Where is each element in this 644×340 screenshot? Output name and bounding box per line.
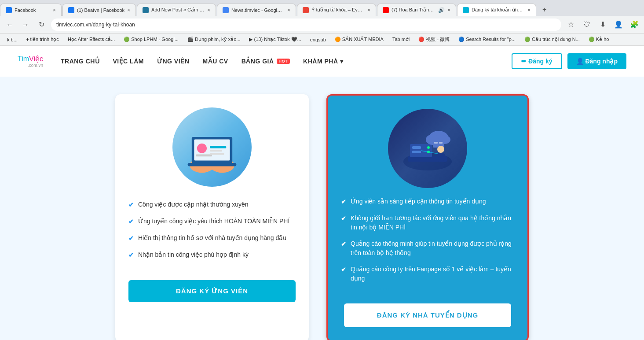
card-illustration-employer [388, 109, 467, 188]
svg-rect-9 [188, 163, 237, 166]
refresh-button[interactable]: ↻ [35, 18, 48, 31]
check-icon-4: ✔ [128, 251, 134, 260]
nav-viec-lam[interactable]: VIỆC LÀM [113, 58, 144, 65]
address-input[interactable] [51, 18, 561, 31]
employer-feature-3: ✔ Quảng cáo thông minh giúp tin tuyển dụ… [341, 239, 514, 258]
svg-rect-7 [210, 150, 222, 152]
check-employer-3: ✔ [341, 240, 346, 249]
bookmark-after-effects[interactable]: Học After Effects cả... [64, 36, 118, 43]
feature-item-1: ✔ Công việc được cập nhật thường xuyên [128, 200, 296, 210]
bookmark-dung-phim[interactable]: 🎬 Dụng phim, kỹ xảo... [184, 36, 244, 43]
hot-badge: HOT [277, 59, 290, 64]
logo-sub: .com.vn [18, 63, 43, 68]
nav-bang-gia[interactable]: BẢNG GIÁ HOT [242, 58, 290, 65]
bookmark-search-results[interactable]: 🔵 Search Results for "p... [455, 36, 519, 43]
check-icon-2: ✔ [128, 217, 134, 226]
svg-point-15 [427, 146, 430, 149]
employer-feature-4: ✔ Quảng cáo công ty trên Fanpage số 1 về… [341, 265, 514, 283]
card-illustration-ung-vien [172, 107, 252, 187]
bookmark-weibo[interactable]: 🔴 视频 - 微博 [415, 35, 453, 44]
bookmark-shop-lphm[interactable]: 🟢 Shop LPHM - Googl... [120, 36, 182, 43]
features-list-employer: ✔ Ứng viên sẵn sàng tiếp cận thông tin t… [341, 197, 514, 290]
bookmark-tien-trinh[interactable]: ♦ tiến trình học [23, 36, 62, 43]
tab-eyeplus[interactable]: Ý tưởng từ khóa – EyePlus... × [297, 4, 376, 16]
bookmark-ke-ho[interactable]: 🟢 Kẻ ho [585, 36, 613, 43]
browser-chrome: Facebook × (1) Beatvn | Facebook × Add N… [0, 0, 644, 46]
nav-links: TRANG CHỦ VIỆC LÀM ỨNG VIÊN MẪU CV BẢNG … [61, 58, 512, 65]
bookmark-kb[interactable]: k b... [4, 36, 21, 43]
svg-rect-25 [436, 154, 439, 160]
bookmark-nhac-tiktok[interactable]: ▶ (13) Nhạc Tiktok 🖤... [245, 36, 304, 43]
svg-rect-22 [439, 142, 443, 144]
logo-area[interactable]: TimViệc .com.vn [18, 55, 43, 68]
svg-rect-5 [196, 155, 212, 157]
profile-button[interactable]: 👤 [612, 18, 625, 31]
tab-add-post[interactable]: Add New Post « Cẩm nang... × [137, 4, 216, 16]
bookmark-star[interactable]: ☆ [565, 18, 577, 31]
tab-dangky[interactable]: Đăng ký tài khoản ứng vie... × [457, 4, 536, 16]
svg-rect-13 [412, 146, 421, 149]
tab-news-timviec[interactable]: News.timviec - Google Tra... × [217, 4, 296, 16]
svg-point-23 [437, 146, 444, 153]
tab-new[interactable]: + [537, 4, 550, 16]
svg-point-4 [197, 144, 207, 153]
check-employer-4: ✔ [341, 265, 346, 274]
logo-tim: Tim [18, 55, 29, 63]
logo-viec: Việc [29, 55, 43, 63]
svg-rect-24 [438, 153, 444, 162]
svg-rect-21 [434, 142, 438, 144]
card-ung-vien: ✔ Công việc được cập nhật thường xuyên ✔… [115, 94, 309, 340]
nav-mau-cv[interactable]: MẪU CV [203, 58, 228, 65]
address-bar-row: ← → ↻ ☆ 🛡 ⬇ 👤 🧩 [0, 16, 644, 33]
feature-item-4: ✔ Nhận bản tin công việc phù hợp định kỳ [128, 250, 296, 260]
check-employer-2: ✔ [341, 214, 346, 223]
bookmark-san-xuat-media[interactable]: 🟠 SẢN XUẤT MEDIA [331, 36, 387, 43]
bookmarks-bar: k b... ♦ tiến trình học Học After Effect… [0, 33, 644, 46]
nav-kham-pha[interactable]: KHÁM PHÁ ▾ [303, 58, 343, 65]
site-nav: TimViệc .com.vn TRANG CHỦ VIỆC LÀM ỨNG V… [0, 46, 644, 77]
btn-login[interactable]: 👤 Đăng nhập [567, 53, 626, 69]
btn-dangky-ung-vien[interactable]: ĐĂNG KÝ ỨNG VIÊN [128, 280, 296, 302]
nav-ung-vien[interactable]: ỨNG VIÊN [157, 58, 190, 65]
feature-item-3: ✔ Hiển thị thông tin hồ sơ với nhà tuyển… [128, 233, 296, 243]
svg-rect-26 [443, 154, 445, 160]
shield-button[interactable]: 🛡 [581, 18, 593, 31]
btn-dangky-nha-tuyen-dung[interactable]: ĐĂNG KÝ NHÀ TUYỂN DỤNG [344, 303, 511, 327]
main-body: ✔ Công việc được cập nhật thường xuyên ✔… [0, 77, 644, 340]
page-content: TimViệc .com.vn TRANG CHỦ VIỆC LÀM ỨNG V… [0, 46, 644, 340]
svg-rect-8 [210, 153, 224, 155]
btn-register[interactable]: ✏ Đăng ký [512, 53, 562, 69]
tab-bar: Facebook × (1) Beatvn | Facebook × Add N… [0, 0, 644, 16]
bookmark-tab-moi[interactable]: Tab mới [389, 36, 413, 43]
bookmark-engsub[interactable]: engsub [307, 36, 329, 43]
bookmark-cau-truc[interactable]: 🟢 Cấu trúc nội dung N... [521, 36, 583, 43]
nav-actions: ✏ Đăng ký 👤 Đăng nhập [512, 53, 626, 69]
forward-button[interactable]: → [19, 18, 32, 31]
check-employer-1: ✔ [341, 197, 346, 207]
employer-feature-1: ✔ Ứng viên sẵn sàng tiếp cận thông tin t… [341, 197, 514, 207]
download-button[interactable]: ⬇ [596, 18, 609, 31]
check-icon-3: ✔ [128, 234, 134, 243]
tab-facebook[interactable]: Facebook × [0, 4, 62, 16]
check-icon-1: ✔ [128, 200, 134, 210]
tab-youtube[interactable]: (7) Hoa Ban Trắng | Live... 🔊 × [377, 4, 456, 16]
features-list-ung-vien: ✔ Công việc được cập nhật thường xuyên ✔… [128, 200, 296, 267]
feature-item-2: ✔ Ứng tuyển công việc yêu thích HOÀN TOÀ… [128, 217, 296, 226]
employer-feature-2: ✔ Không giới hạn tương tác với ứng viên … [341, 214, 514, 232]
extension-button[interactable]: 🧩 [628, 18, 640, 31]
back-button[interactable]: ← [4, 18, 16, 31]
nav-trang-chu[interactable]: TRANG CHỦ [61, 58, 99, 65]
card-nha-tuyen-dung: ✔ Ứng viên sẵn sàng tiếp cận thông tin t… [326, 94, 529, 340]
svg-rect-6 [210, 146, 226, 148]
tab-beatvn[interactable]: (1) Beatvn | Facebook × [62, 4, 136, 16]
svg-rect-14 [412, 151, 421, 153]
